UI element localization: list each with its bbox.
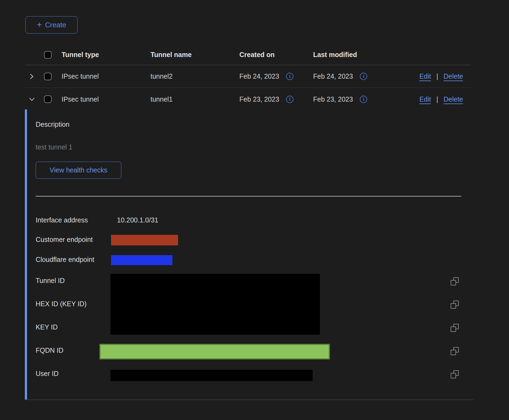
copy-hex-id-icon[interactable] bbox=[451, 301, 459, 309]
delete-link[interactable]: Delete bbox=[444, 95, 463, 103]
key-id-label: KEY ID bbox=[36, 323, 58, 331]
create-button-label: Create bbox=[45, 21, 66, 29]
header-created-on: Created on bbox=[239, 51, 313, 59]
expand-row-button[interactable] bbox=[25, 73, 44, 80]
user-id-redacted-value bbox=[110, 370, 313, 381]
user-id-label: User ID bbox=[36, 370, 59, 378]
table-row: IPsec tunnel tunnel1 Feb 23, 2023 i Feb … bbox=[25, 88, 471, 111]
info-icon[interactable]: i bbox=[286, 73, 293, 80]
ids-redacted-value bbox=[110, 274, 320, 335]
table-header-row: Tunnel type Tunnel name Created on Last … bbox=[25, 45, 471, 65]
fqdn-id-redacted-value bbox=[99, 344, 330, 359]
tunnel-type-cell: IPsec tunnel bbox=[62, 72, 150, 80]
hex-id-label: HEX ID (KEY ID) bbox=[36, 300, 86, 308]
customer-endpoint-redacted-value bbox=[111, 235, 178, 245]
created-on-cell: Feb 23, 2023 bbox=[239, 95, 279, 103]
customer-endpoint-label: Customer endpoint bbox=[36, 236, 93, 244]
interface-address-label: Interface address bbox=[36, 216, 88, 224]
description-value: test tunnel 1 bbox=[36, 143, 72, 151]
tunnels-page: + Create Tunnel type Tunnel name Created… bbox=[0, 0, 509, 420]
table-row: IPsec tunnel tunnel2 Feb 24, 2023 i Feb … bbox=[25, 65, 471, 88]
description-label: Description bbox=[36, 121, 69, 128]
edit-link[interactable]: Edit bbox=[419, 95, 431, 103]
header-tunnel-type: Tunnel type bbox=[62, 51, 150, 59]
info-icon[interactable]: i bbox=[360, 96, 367, 103]
header-tunnel-name: Tunnel name bbox=[150, 51, 239, 59]
cloudflare-endpoint-redacted-value bbox=[111, 255, 172, 265]
chevron-down-icon bbox=[28, 96, 36, 103]
copy-user-id-icon[interactable] bbox=[451, 370, 459, 378]
delete-link[interactable]: Delete bbox=[444, 72, 463, 80]
copy-key-id-icon[interactable] bbox=[451, 324, 459, 332]
tunnel-id-label: Tunnel ID bbox=[36, 277, 65, 285]
create-button[interactable]: + Create bbox=[25, 16, 78, 34]
collapse-row-button[interactable] bbox=[25, 96, 44, 103]
panel-bottom-divider bbox=[25, 399, 473, 400]
section-divider bbox=[36, 196, 461, 196]
cloudflare-endpoint-label: Cloudflare endpoint bbox=[36, 256, 94, 264]
tunnel-type-cell: IPsec tunnel bbox=[62, 95, 150, 103]
interface-address-value: 10.200.1.0/31 bbox=[117, 216, 158, 224]
copy-tunnel-id-icon[interactable] bbox=[451, 277, 459, 285]
tunnel-name-cell: tunnel1 bbox=[150, 95, 239, 103]
edit-link[interactable]: Edit bbox=[419, 72, 431, 80]
created-on-cell: Feb 24, 2023 bbox=[239, 72, 279, 80]
chevron-right-icon bbox=[28, 73, 35, 80]
link-separator: | bbox=[436, 95, 438, 103]
info-icon[interactable]: i bbox=[286, 96, 293, 103]
last-modified-cell: Feb 23, 2023 bbox=[313, 95, 353, 103]
select-all-checkbox[interactable] bbox=[44, 51, 52, 59]
info-icon[interactable]: i bbox=[360, 73, 367, 80]
plus-icon: + bbox=[37, 20, 42, 29]
row-checkbox[interactable] bbox=[44, 95, 52, 103]
tunnel-detail-panel: Description test tunnel 1 View health ch… bbox=[25, 109, 471, 399]
header-last-modified: Last modified bbox=[313, 51, 387, 59]
copy-fqdn-id-icon[interactable] bbox=[451, 347, 459, 355]
last-modified-cell: Feb 24, 2023 bbox=[313, 72, 353, 80]
tunnel-name-cell: tunnel2 bbox=[150, 72, 239, 80]
row-checkbox[interactable] bbox=[44, 73, 52, 80]
view-health-checks-button[interactable]: View health checks bbox=[36, 162, 121, 179]
fqdn-id-label: FQDN ID bbox=[36, 346, 63, 354]
link-separator: | bbox=[436, 72, 438, 80]
